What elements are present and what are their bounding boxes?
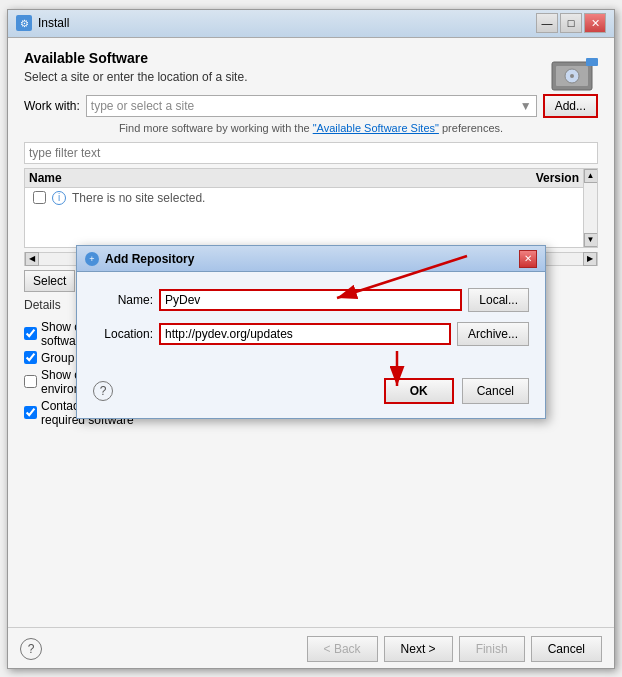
vertical-scrollbar[interactable]: ▲ ▼ <box>583 169 597 247</box>
software-table: Name Version i There is no site selected… <box>25 169 583 247</box>
no-site-message: There is no site selected. <box>72 191 205 205</box>
name-input[interactable] <box>159 289 462 311</box>
minimize-button[interactable]: — <box>536 13 558 33</box>
scroll-track[interactable] <box>584 183 597 233</box>
cb-target-env[interactable] <box>24 375 37 388</box>
software-table-area: Name Version i There is no site selected… <box>24 168 598 248</box>
filter-input[interactable] <box>24 142 598 164</box>
available-sites-link[interactable]: "Available Software Sites" <box>313 122 439 134</box>
combo-arrow-icon: ▼ <box>520 99 532 113</box>
location-label: Location: <box>93 327 153 341</box>
window-title: Install <box>38 16 536 30</box>
scroll-left-btn[interactable]: ◀ <box>25 252 39 266</box>
location-input[interactable] <box>159 323 451 345</box>
svg-rect-4 <box>586 58 598 66</box>
table-col-name: Name <box>29 171 479 185</box>
find-more-text: Find more software by working with the "… <box>24 122 598 134</box>
cb-group-category[interactable] <box>24 351 37 364</box>
scroll-down-btn[interactable]: ▼ <box>584 233 598 247</box>
location-field-row: Location: Archive... <box>93 322 529 346</box>
cb-contact-sites[interactable] <box>24 406 37 419</box>
modal-buttons: OK Cancel <box>384 378 529 404</box>
name-field-row: Name: Local... <box>93 288 529 312</box>
cancel-button[interactable]: Cancel <box>531 636 602 662</box>
maximize-button[interactable]: □ <box>560 13 582 33</box>
scroll-right-btn[interactable]: ▶ <box>583 252 597 266</box>
archive-button[interactable]: Archive... <box>457 322 529 346</box>
section-description: Select a site or enter the location of a… <box>24 70 598 84</box>
modal-title-icon: + <box>85 252 99 266</box>
local-button[interactable]: Local... <box>468 288 529 312</box>
modal-title-bar: + Add Repository ✕ <box>77 246 545 272</box>
modal-help-icon[interactable]: ? <box>93 381 113 401</box>
find-more-prefix: Find more software by working with the <box>119 122 313 134</box>
work-with-combo[interactable]: type or select a site ▼ <box>86 95 537 117</box>
bottom-buttons: ? < Back Next > Finish Cancel <box>8 627 614 668</box>
select-button[interactable]: Select <box>24 270 75 292</box>
help-icon[interactable]: ? <box>20 638 42 660</box>
cd-icon <box>550 50 598 98</box>
modal-title-text: Add Repository <box>105 252 519 266</box>
back-button[interactable]: < Back <box>307 636 378 662</box>
main-window: ⚙ Install — □ ✕ Available Software Selec… <box>7 9 615 669</box>
work-with-label: Work with: <box>24 99 80 113</box>
ok-button[interactable]: OK <box>384 378 454 404</box>
window-body: Available Software Select a site or ente… <box>8 38 614 627</box>
details-label: Details <box>24 298 61 312</box>
svg-point-3 <box>570 74 574 78</box>
table-row: i There is no site selected. <box>25 188 583 208</box>
row-checkbox[interactable] <box>33 191 46 204</box>
info-icon: i <box>52 191 66 205</box>
finish-button[interactable]: Finish <box>459 636 525 662</box>
modal-cancel-button[interactable]: Cancel <box>462 378 529 404</box>
scroll-up-btn[interactable]: ▲ <box>584 169 598 183</box>
title-bar-controls: — □ ✕ <box>536 13 606 33</box>
table-header: Name Version <box>25 169 583 188</box>
add-repository-dialog: + Add Repository ✕ Name: Local... Locati… <box>76 245 546 419</box>
cb-latest-versions[interactable] <box>24 327 37 340</box>
work-with-row: Work with: type or select a site ▼ Add..… <box>24 94 598 118</box>
modal-body: Name: Local... Location: Archive... <box>77 272 545 372</box>
table-col-version: Version <box>479 171 579 185</box>
modal-close-button[interactable]: ✕ <box>519 250 537 268</box>
close-button[interactable]: ✕ <box>584 13 606 33</box>
next-button[interactable]: Next > <box>384 636 453 662</box>
modal-bottom: ? OK Cancel <box>77 372 545 418</box>
name-label: Name: <box>93 293 153 307</box>
combo-placeholder: type or select a site <box>91 99 194 113</box>
section-header: Available Software <box>24 50 598 66</box>
find-more-suffix: preferences. <box>439 122 503 134</box>
window-icon: ⚙ <box>16 15 32 31</box>
title-bar: ⚙ Install — □ ✕ <box>8 10 614 38</box>
